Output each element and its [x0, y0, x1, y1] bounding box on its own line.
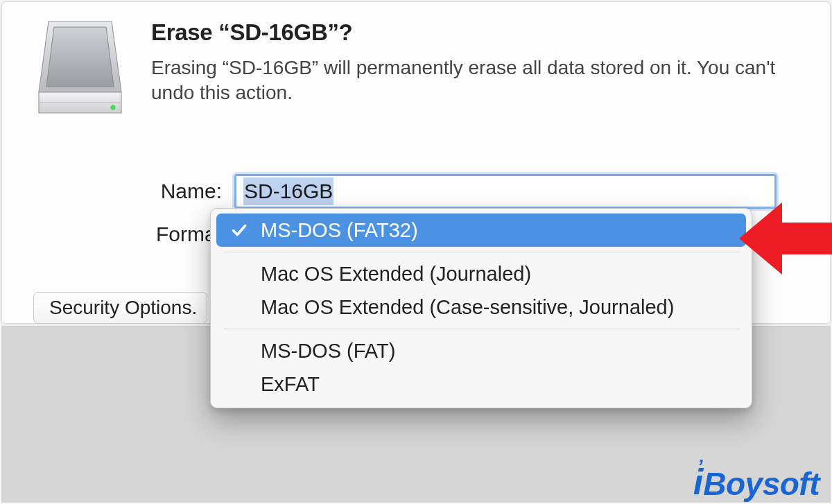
dropdown-separator: [223, 329, 739, 329]
name-label: Name:: [2, 180, 234, 203]
svg-marker-1: [46, 27, 114, 87]
check-icon: [230, 221, 248, 239]
watermark-i: i: [693, 464, 703, 500]
name-input-value: SD-16GB: [243, 177, 333, 205]
format-dropdown[interactable]: MS-DOS (FAT32) Mac OS Extended (Journale…: [210, 208, 752, 408]
format-option-label: MS-DOS (FAT): [261, 340, 395, 363]
format-label: Format: [2, 223, 234, 246]
svg-point-4: [111, 105, 116, 110]
format-option-label: ExFAT: [261, 373, 320, 396]
name-row: Name: SD-16GB: [2, 174, 830, 209]
format-option-label: MS-DOS (FAT32): [261, 219, 418, 242]
format-option-msdos-fat32[interactable]: MS-DOS (FAT32): [216, 214, 746, 247]
watermark-text: Boysoft: [703, 468, 820, 500]
dialog-description: Erasing “SD-16GB” will permanently erase…: [151, 55, 789, 106]
format-option-label: Mac OS Extended (Case-sensitive, Journal…: [261, 296, 674, 319]
format-option-msdos-fat[interactable]: MS-DOS (FAT): [216, 334, 746, 367]
external-drive-icon: [33, 16, 127, 120]
format-option-exfat[interactable]: ExFAT: [216, 367, 746, 401]
watermark: i Boysoft: [693, 461, 820, 500]
dropdown-separator: [223, 252, 739, 252]
dialog-header: Erase “SD-16GB”? Erasing “SD-16GB” will …: [151, 19, 789, 106]
security-options-button[interactable]: Security Options.: [33, 292, 207, 324]
name-input[interactable]: SD-16GB: [234, 174, 777, 209]
format-option-macos-case-journaled[interactable]: Mac OS Extended (Case-sensitive, Journal…: [216, 290, 746, 324]
format-option-label: Mac OS Extended (Journaled): [261, 263, 531, 286]
format-option-macos-journaled[interactable]: Mac OS Extended (Journaled): [216, 257, 746, 290]
dialog-title: Erase “SD-16GB”?: [151, 19, 789, 46]
security-options-label: Security Options.: [49, 297, 197, 319]
